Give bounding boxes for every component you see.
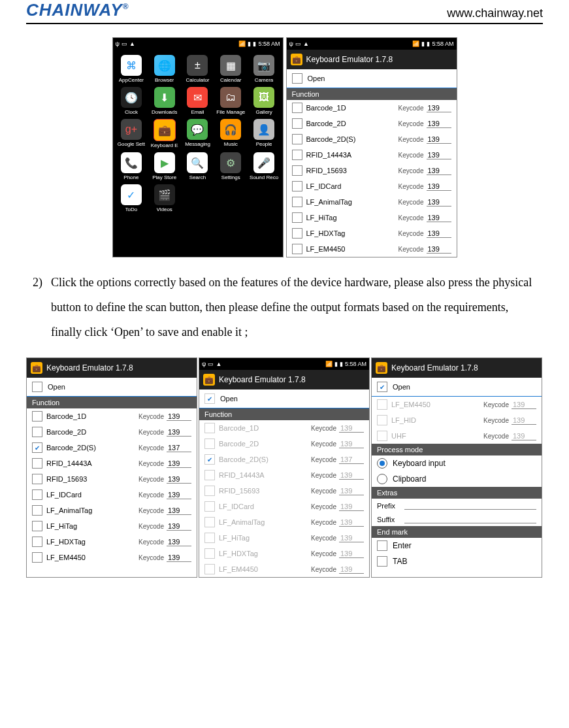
- keycode-input[interactable]: 139: [339, 471, 364, 480]
- function-checkbox[interactable]: [204, 517, 215, 527]
- app-todo[interactable]: ✓ToDo: [116, 184, 148, 212]
- open-row[interactable]: Open: [199, 389, 369, 408]
- app-keyboard-e[interactable]: 💼Keyboard E: [148, 119, 180, 148]
- function-checkbox[interactable]: [204, 438, 215, 449]
- function-checkbox[interactable]: [292, 165, 302, 176]
- app-gallery[interactable]: 🖼Gallery: [248, 87, 280, 115]
- keycode-input[interactable]: 139: [512, 401, 536, 409]
- function-checkbox[interactable]: [292, 103, 302, 113]
- function-checkbox[interactable]: [204, 470, 215, 480]
- app-browser[interactable]: 🌐Browser: [148, 55, 180, 83]
- open-row[interactable]: Open: [287, 69, 457, 88]
- function-checkbox[interactable]: [32, 442, 42, 453]
- app-people[interactable]: 👤People: [248, 119, 280, 148]
- keycode-input[interactable]: 139: [427, 182, 451, 191]
- function-checkbox[interactable]: [204, 564, 215, 574]
- function-checkbox[interactable]: [377, 431, 387, 441]
- function-checkbox[interactable]: [32, 427, 42, 437]
- open-row[interactable]: Open: [372, 378, 542, 397]
- process-mode-row[interactable]: Keyboard input: [372, 455, 542, 471]
- app-downloads[interactable]: ⬇Downloads: [148, 87, 180, 115]
- app-search[interactable]: 🔍Search: [182, 152, 214, 180]
- function-checkbox[interactable]: [292, 134, 302, 144]
- function-checkbox[interactable]: [32, 552, 42, 563]
- extras-input[interactable]: [404, 501, 536, 510]
- app-camera[interactable]: 📷Camera: [248, 55, 280, 83]
- keycode-input[interactable]: 139: [512, 432, 536, 440]
- function-checkbox[interactable]: [204, 533, 215, 543]
- keycode-input[interactable]: 139: [167, 538, 191, 546]
- function-checkbox[interactable]: [292, 244, 302, 254]
- function-checkbox[interactable]: [204, 501, 215, 512]
- app-clock[interactable]: 🕓Clock: [116, 87, 148, 115]
- function-checkbox[interactable]: [32, 505, 42, 516]
- function-checkbox[interactable]: [292, 212, 302, 223]
- app-play-store[interactable]: ▶Play Store: [148, 152, 180, 180]
- keycode-input[interactable]: 139: [427, 229, 451, 238]
- function-checkbox[interactable]: [377, 415, 387, 425]
- function-checkbox[interactable]: [32, 521, 42, 531]
- keycode-input[interactable]: 139: [339, 550, 364, 558]
- open-checkbox[interactable]: [377, 382, 387, 392]
- function-checkbox[interactable]: [32, 458, 42, 469]
- keycode-input[interactable]: 139: [167, 522, 191, 531]
- function-checkbox[interactable]: [377, 399, 387, 410]
- end-mark-row[interactable]: TAB: [372, 554, 542, 569]
- app-file-manage[interactable]: 🗂File Manage: [215, 87, 247, 115]
- app-messaging[interactable]: 💬Messaging: [182, 119, 214, 148]
- function-checkbox[interactable]: [32, 474, 42, 484]
- open-checkbox[interactable]: [204, 393, 215, 404]
- keycode-input[interactable]: 139: [339, 518, 364, 527]
- function-checkbox[interactable]: [292, 197, 302, 207]
- keycode-input[interactable]: 139: [427, 167, 451, 175]
- keycode-input[interactable]: 139: [427, 135, 451, 144]
- process-mode-row[interactable]: Clipboard: [372, 471, 542, 487]
- function-checkbox[interactable]: [32, 489, 42, 500]
- app-sound-reco[interactable]: 🎤Sound Reco: [248, 152, 280, 180]
- keycode-input[interactable]: 139: [427, 120, 451, 128]
- app-calculator[interactable]: ±Calculator: [182, 55, 214, 83]
- keycode-input[interactable]: 139: [427, 214, 451, 222]
- extras-input[interactable]: [404, 515, 536, 523]
- function-checkbox[interactable]: [204, 548, 215, 559]
- function-checkbox[interactable]: [32, 537, 42, 547]
- keycode-input[interactable]: 139: [167, 412, 191, 421]
- end-mark-checkbox[interactable]: [377, 556, 387, 567]
- keycode-input[interactable]: 139: [339, 424, 364, 433]
- keycode-input[interactable]: 139: [167, 506, 191, 515]
- open-checkbox[interactable]: [292, 73, 302, 84]
- keycode-input[interactable]: 139: [167, 475, 191, 484]
- function-checkbox[interactable]: [292, 118, 302, 129]
- function-checkbox[interactable]: [32, 411, 42, 422]
- end-mark-row[interactable]: Enter: [372, 538, 542, 554]
- function-checkbox[interactable]: [292, 181, 302, 191]
- keycode-input[interactable]: 139: [339, 440, 364, 448]
- function-checkbox[interactable]: [204, 454, 215, 465]
- end-mark-checkbox[interactable]: [377, 540, 387, 551]
- keycode-input[interactable]: 139: [167, 428, 191, 437]
- keycode-input[interactable]: 139: [339, 487, 364, 495]
- app-appcenter[interactable]: ⌘AppCenter: [116, 55, 148, 83]
- app-email[interactable]: ✉Email: [182, 87, 214, 115]
- keycode-input[interactable]: 139: [167, 491, 191, 499]
- function-checkbox[interactable]: [204, 423, 215, 433]
- app-music[interactable]: 🎧Music: [215, 119, 247, 148]
- function-checkbox[interactable]: [292, 228, 302, 239]
- keycode-input[interactable]: 137: [167, 444, 191, 452]
- keycode-input[interactable]: 139: [427, 245, 451, 254]
- app-google-sett[interactable]: g+Google Sett: [116, 119, 148, 148]
- keycode-input[interactable]: 139: [167, 459, 191, 468]
- keycode-input[interactable]: 139: [339, 565, 364, 574]
- app-phone[interactable]: 📞Phone: [116, 152, 148, 180]
- keycode-input[interactable]: 139: [427, 198, 451, 207]
- open-checkbox[interactable]: [32, 382, 42, 392]
- open-row[interactable]: Open: [27, 378, 197, 397]
- keycode-input[interactable]: 139: [339, 534, 364, 542]
- function-checkbox[interactable]: [204, 486, 215, 496]
- keycode-input[interactable]: 137: [339, 455, 364, 464]
- app-videos[interactable]: 🎬Videos: [148, 184, 180, 212]
- app-calendar[interactable]: ▦Calendar: [215, 55, 247, 83]
- function-checkbox[interactable]: [292, 150, 302, 160]
- keycode-input[interactable]: 139: [512, 416, 536, 425]
- app-settings[interactable]: ⚙Settings: [215, 152, 247, 180]
